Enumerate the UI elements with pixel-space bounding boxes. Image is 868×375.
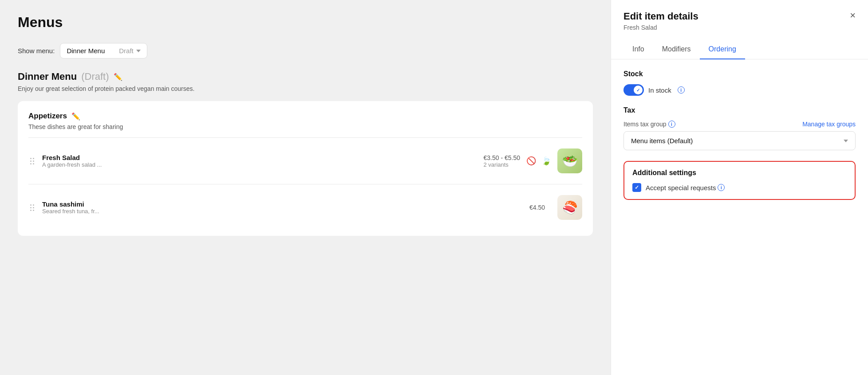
special-requests-info-icon[interactable]: i xyxy=(718,184,725,191)
list-item: Fresh Salad A garden-fresh salad ... €3.… xyxy=(28,143,582,179)
right-panel: Edit item details Fresh Salad × Info Mod… xyxy=(611,0,868,375)
item-variants: 2 variants xyxy=(483,161,520,168)
left-panel: Menus Show menu: Dinner Menu Draft Dinne… xyxy=(0,0,611,375)
item-desc: Seared fresh tuna, fr... xyxy=(42,208,523,215)
toggle-track: ✓ xyxy=(623,84,644,96)
item-icons: 🚫 🍃 xyxy=(526,156,551,166)
menu-section-desc: Enjoy our great selection of protein pac… xyxy=(18,85,593,92)
tax-section: Tax Items tax group i Manage tax groups … xyxy=(623,106,856,150)
page-title: Menus xyxy=(18,14,593,31)
item-name: Tuna sashimi xyxy=(42,200,523,208)
show-menu-row: Show menu: Dinner Menu Draft xyxy=(18,43,593,59)
tax-group-select[interactable]: Menu items (Default) xyxy=(623,131,856,150)
additional-settings-title: Additional settings xyxy=(632,169,847,177)
menu-card: Appetizers ✏️ These dishes are great for… xyxy=(18,101,593,236)
panel-content: Stock ✓ In stock i Tax Items tax group i… xyxy=(611,59,868,375)
draft-label: (Draft) xyxy=(81,71,109,82)
in-stock-info-icon[interactable]: i xyxy=(678,86,685,94)
divider xyxy=(28,184,582,184)
card-section-header: Appetizers ✏️ xyxy=(28,112,582,121)
menu-selector-status: Draft xyxy=(119,47,141,55)
additional-settings-box: Additional settings ✓ Accept special req… xyxy=(623,161,856,200)
tax-group-label: Items tax group i xyxy=(623,121,675,128)
menu-selector[interactable]: Dinner Menu Draft xyxy=(60,43,147,59)
leaf-icon: 🍃 xyxy=(541,156,551,166)
card-section-desc: These dishes are great for sharing xyxy=(28,123,582,130)
close-button[interactable]: × xyxy=(850,11,856,20)
panel-subtitle: Fresh Salad xyxy=(623,24,698,31)
item-info: Tuna sashimi Seared fresh tuna, fr... xyxy=(42,200,523,215)
item-price-block: €4.50 xyxy=(529,204,545,211)
item-price-block: €3.50 - €5.50 2 variants xyxy=(483,154,520,168)
card-section-title: Appetizers xyxy=(28,112,67,121)
item-name: Fresh Salad xyxy=(42,154,477,161)
edit-section-icon[interactable]: ✏️ xyxy=(71,112,80,121)
edit-menu-icon[interactable]: ✏️ xyxy=(114,73,122,81)
item-image: 🍣 xyxy=(557,195,582,220)
tab-ordering[interactable]: Ordering xyxy=(700,40,745,59)
stock-label: Stock xyxy=(623,70,856,78)
panel-title-block: Edit item details Fresh Salad xyxy=(623,11,698,31)
accept-special-requests-label: Accept special requests i xyxy=(646,184,725,191)
stock-toggle-row: ✓ In stock i xyxy=(623,84,856,96)
item-price: €4.50 xyxy=(529,204,545,211)
menu-section-header: Dinner Menu (Draft) ✏️ Enjoy our great s… xyxy=(18,71,593,92)
panel-title: Edit item details xyxy=(623,11,698,22)
in-stock-label: In stock xyxy=(648,86,671,94)
list-item: Tuna sashimi Seared fresh tuna, fr... €4… xyxy=(28,190,582,225)
drag-handle[interactable] xyxy=(28,203,36,213)
item-desc: A garden-fresh salad ... xyxy=(42,161,477,168)
tabs: Info Modifiers Ordering xyxy=(611,40,868,59)
toggle-thumb: ✓ xyxy=(634,86,643,94)
item-info: Fresh Salad A garden-fresh salad ... xyxy=(42,154,477,168)
tax-info-icon[interactable]: i xyxy=(668,121,675,128)
select-chevron-icon xyxy=(844,140,848,142)
in-stock-toggle[interactable]: ✓ xyxy=(623,84,644,96)
divider xyxy=(28,137,582,138)
tab-info[interactable]: Info xyxy=(623,40,653,59)
tax-group-value: Menu items (Default) xyxy=(631,137,693,145)
menu-selector-name: Dinner Menu xyxy=(67,47,105,55)
toggle-checkmark-icon: ✓ xyxy=(636,88,640,93)
tax-label: Tax xyxy=(623,106,856,114)
item-price: €3.50 - €5.50 xyxy=(483,154,520,161)
drag-handle[interactable] xyxy=(28,156,36,166)
manage-tax-groups-link[interactable]: Manage tax groups xyxy=(802,121,856,128)
accept-special-requests-checkbox[interactable]: ✓ xyxy=(632,183,641,192)
tax-header-row: Items tax group i Manage tax groups xyxy=(623,121,856,128)
accept-special-requests-row: ✓ Accept special requests i xyxy=(632,183,847,192)
show-menu-label: Show menu: xyxy=(18,47,55,55)
checkbox-checkmark-icon: ✓ xyxy=(635,184,639,191)
panel-header: Edit item details Fresh Salad × xyxy=(611,0,868,31)
no-image-icon: 🚫 xyxy=(526,156,536,166)
tab-modifiers[interactable]: Modifiers xyxy=(653,40,700,59)
item-image: 🥗 xyxy=(557,148,582,173)
menu-section-title: Dinner Menu (Draft) ✏️ xyxy=(18,71,593,82)
chevron-down-icon xyxy=(136,50,141,52)
